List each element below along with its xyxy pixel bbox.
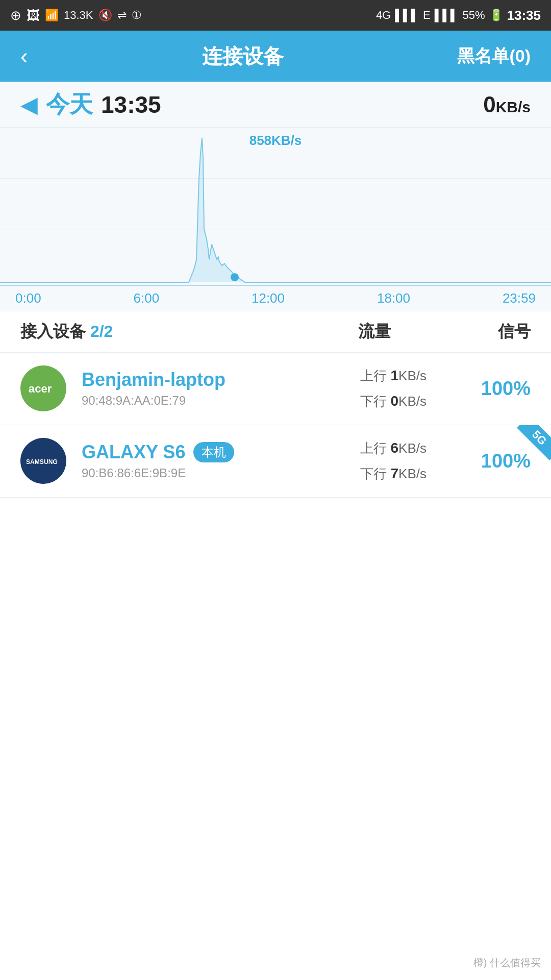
- svg-text:acer: acer: [29, 383, 52, 396]
- acer-device-mac: 90:48:9A:AA:0E:79: [82, 394, 331, 408]
- acer-device-info: Benjamin-laptop 90:48:9A:AA:0E:79: [82, 369, 331, 408]
- svg-text:SAMSUNG: SAMSUNG: [26, 458, 58, 465]
- chart-svg: [0, 128, 551, 285]
- status-bar: ⊕ 🖼 📶 13.3K 🔇 ⇌ ① 4G ▌▌▌ E ▌▌▌ 55% 🔋 13:…: [0, 0, 551, 31]
- mute-icon: 🔇: [98, 9, 112, 22]
- hotspot-icon: ⇌: [117, 9, 127, 22]
- samsung-local-badge: 本机: [193, 442, 234, 462]
- date-left: ◀ 今天 13:35: [20, 89, 161, 120]
- col-signal-header: 信号: [445, 321, 531, 343]
- clock-label: 13:35: [507, 8, 541, 23]
- signal-bars-icon: ▌▌▌: [395, 9, 419, 22]
- 5g-badge: 5G: [510, 425, 551, 466]
- acer-device-name: Benjamin-laptop: [82, 369, 226, 390]
- svg-marker-2: [189, 138, 245, 282]
- col-traffic-header: 流量: [304, 321, 446, 343]
- time-label-12: 12:00: [252, 290, 285, 306]
- acer-avatar: acer: [20, 365, 66, 411]
- image-icon: 🖼: [27, 8, 40, 23]
- time-label-18: 18:00: [377, 290, 410, 306]
- acer-device-signal: 100%: [456, 378, 531, 400]
- samsung-device-info: GALAXY S6 本机 90:B6:86:6E:9B:9E: [82, 442, 331, 480]
- svg-point-3: [231, 273, 239, 281]
- battery-icon: 🔋: [489, 9, 503, 22]
- blacklist-button[interactable]: 黑名单(0): [457, 44, 531, 68]
- time-label-0: 0:00: [15, 290, 41, 306]
- samsung-device-traffic: 上行 6KB/s 下行 7KB/s: [331, 435, 456, 487]
- date-arrow-icon[interactable]: ◀: [20, 91, 38, 117]
- page-title: 连接设备: [202, 42, 284, 70]
- samsung-avatar: SAMSUNG: [20, 438, 66, 484]
- device-row-samsung[interactable]: SAMSUNG GALAXY S6 本机 90:B6:86:6E:9B:9E 上…: [0, 425, 551, 498]
- time-axis: 0:00 6:00 12:00 18:00 23:59: [0, 286, 551, 311]
- current-time-label: 13:35: [101, 91, 161, 118]
- traffic-chart: 858KB/s: [0, 128, 551, 286]
- device-row-acer[interactable]: acer Benjamin-laptop 90:48:9A:AA:0E:79 上…: [0, 353, 551, 425]
- speed-label: 13.3K: [64, 9, 93, 22]
- col-device-header: 接入设备 2/2: [20, 321, 304, 343]
- samsung-device-name: GALAXY S6: [82, 442, 185, 463]
- samsung-download-row: 下行 7KB/s: [331, 461, 456, 486]
- acer-device-traffic: 上行 1KB/s 下行 0KB/s: [331, 363, 456, 414]
- time-label-6: 6:00: [133, 290, 159, 306]
- device-count: 2/2: [90, 322, 113, 340]
- status-left-icons: ⊕ 🖼 📶 13.3K 🔇 ⇌ ①: [10, 8, 142, 23]
- date-speed-bar: ◀ 今天 13:35 0KB/s: [0, 82, 551, 128]
- acer-download-row: 下行 0KB/s: [331, 388, 456, 414]
- battery-label: 55%: [462, 9, 485, 22]
- speed-unit: KB/s: [496, 99, 531, 115]
- current-speed: 0KB/s: [483, 92, 531, 117]
- time-label-23: 23:59: [503, 290, 536, 306]
- samsung-logo-icon: SAMSUNG: [26, 451, 61, 471]
- signal-bars2-icon: ▌▌▌: [435, 9, 459, 22]
- watermark: 橙) 什么值得买: [473, 956, 541, 970]
- circle-plus-icon: ⊕: [10, 8, 21, 23]
- page-header: ‹ 连接设备 黑名单(0): [0, 31, 551, 82]
- sim1-icon: ①: [132, 9, 142, 22]
- 4g-label: 4G: [376, 9, 391, 22]
- 5g-badge-label: 5G: [517, 425, 551, 460]
- device-list-header: 接入设备 2/2 流量 信号: [0, 311, 551, 352]
- speed-value: 0: [483, 92, 495, 117]
- samsung-upload-row: 上行 6KB/s: [331, 435, 456, 461]
- wifi-icon: 📶: [45, 9, 59, 22]
- signal-e-icon: E: [423, 9, 431, 22]
- acer-logo-icon: acer: [26, 378, 61, 399]
- status-right-icons: 4G ▌▌▌ E ▌▌▌ 55% 🔋 13:35: [376, 8, 541, 23]
- back-button[interactable]: ‹: [20, 43, 28, 69]
- samsung-device-mac: 90:B6:86:6E:9B:9E: [82, 466, 331, 480]
- acer-upload-row: 上行 1KB/s: [331, 363, 456, 388]
- today-label: 今天: [46, 89, 93, 120]
